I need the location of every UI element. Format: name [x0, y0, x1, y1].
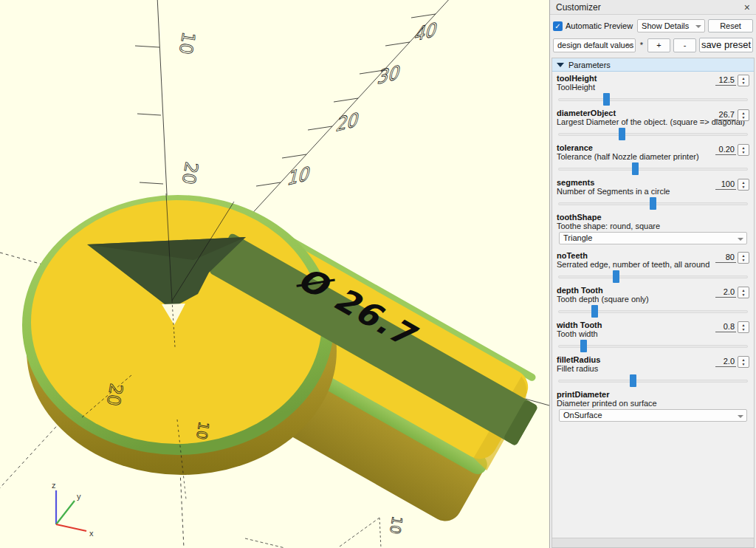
disc-axis-number: 10 — [193, 420, 213, 441]
triad-y-label: y — [77, 492, 81, 501]
preset-value: design default values — [557, 41, 633, 49]
spinbox-arrows-icon[interactable]: ▲▼ — [738, 179, 749, 191]
slider-track[interactable] — [558, 380, 748, 383]
slider-track[interactable] — [558, 168, 748, 171]
param-segments: segments Number of Segments in a circle … — [552, 176, 754, 210]
slider-handle[interactable] — [619, 128, 625, 140]
slider-handle[interactable] — [613, 270, 619, 283]
param-value-field[interactable]: 2.0 — [715, 287, 736, 298]
save-preset-button[interactable]: save preset — [699, 38, 753, 52]
toolbar-row-1: ✓ Automatic Preview Show Details Reset — [550, 19, 756, 32]
remove-preset-button[interactable]: - — [673, 38, 696, 52]
spinbox-arrows-icon[interactable]: ▲▼ — [738, 109, 749, 121]
customizer-panel: Customizer × ✓ Automatic Preview Show De… — [549, 0, 756, 548]
spinbox-arrows-icon[interactable]: ▲▼ — [738, 287, 749, 298]
param-depth-tooth: depth Tooth Tooth depth (square only) 2.… — [552, 284, 754, 318]
add-preset-button[interactable]: + — [647, 38, 670, 52]
param-name: toothShape — [557, 213, 749, 222]
spinbox-arrows-icon[interactable]: ▲▼ — [738, 144, 749, 156]
slider-track[interactable] — [558, 275, 748, 278]
param-value-field[interactable]: 100 — [715, 179, 736, 190]
show-details-value: Show Details — [642, 21, 689, 30]
show-details-dropdown[interactable]: Show Details — [637, 19, 705, 32]
parameters-box: Parameters toolHeight ToolHeight 12.5 ▲▼… — [551, 58, 755, 548]
slider-track[interactable] — [558, 98, 748, 101]
chevron-down-icon — [626, 44, 632, 47]
viewport-canvas: 10 20 40 30 20 10 — [0, 0, 549, 548]
parameters-header[interactable]: Parameters — [552, 58, 754, 72]
param-description: Toothe shape: round, square — [557, 222, 749, 230]
slider-handle[interactable] — [630, 374, 636, 387]
customizer-titlebar: Customizer × — [550, 0, 756, 15]
toothshape-select[interactable]: Triangle — [559, 232, 747, 244]
bottom-axis-number: 10 — [387, 515, 406, 535]
disc-axis-number: 20 — [103, 382, 127, 408]
z-axis-number: 10 — [175, 30, 199, 56]
param-toothshape: toothShape Toothe shape: round, square T… — [552, 210, 754, 244]
param-diameterobject: diameterObject Largest Diameter of the o… — [552, 106, 754, 141]
slider-track[interactable] — [558, 310, 748, 313]
panel-title: Customizer — [556, 2, 744, 13]
param-description: Diameter printed on surface — [557, 399, 749, 408]
param-value-field[interactable]: 0.20 — [715, 145, 736, 155]
openscad-window: 10 20 40 30 20 10 — [0, 0, 756, 548]
printdiameter-selected-option: OnSurface — [563, 411, 602, 419]
triad-x-label: x — [89, 529, 94, 538]
reset-button[interactable]: Reset — [708, 19, 753, 32]
param-toolheight: toolHeight ToolHeight 12.5 ▲▼ — [552, 72, 754, 106]
automatic-preview-label: Automatic Preview — [566, 21, 633, 30]
disc-top-face — [31, 200, 322, 444]
param-filletradius: filletRadius Fillet radius 2.0 ▲▼ — [552, 353, 754, 388]
param-value-field[interactable]: 26.7 — [715, 110, 736, 120]
printdiameter-select[interactable]: OnSurface — [559, 409, 747, 422]
slider-handle[interactable] — [591, 305, 598, 318]
toothshape-selected-option: Triangle — [563, 233, 592, 242]
param-value-field[interactable]: 12.5 — [715, 75, 736, 86]
collapse-triangle-icon — [557, 63, 564, 67]
chevron-down-icon — [738, 415, 743, 418]
spinbox-arrows-icon[interactable]: ▲▼ — [738, 321, 749, 333]
close-icon[interactable]: × — [744, 2, 750, 13]
tool-disc — [22, 195, 337, 475]
slider-handle[interactable] — [603, 93, 610, 106]
param-value-field[interactable]: 2.0 — [715, 357, 736, 367]
z-axis-number: 20 — [178, 160, 202, 186]
param-value-field[interactable]: 80 — [715, 253, 736, 263]
chevron-down-icon — [695, 25, 701, 28]
spinbox-arrows-icon[interactable]: ▲▼ — [738, 75, 749, 86]
spinbox-arrows-icon[interactable]: ▲▼ — [738, 356, 749, 368]
spinbox-arrows-icon[interactable]: ▲▼ — [738, 252, 749, 264]
parameters-header-label: Parameters — [568, 61, 611, 69]
param-width-tooth: width Tooth Tooth width 0.8 ▲▼ — [552, 318, 754, 353]
slider-track[interactable] — [558, 133, 748, 136]
triad-z-label: z — [52, 481, 56, 490]
param-name: printDiameter — [557, 390, 749, 399]
slider-handle[interactable] — [650, 197, 656, 210]
automatic-preview-checkbox[interactable]: ✓ — [553, 21, 563, 31]
param-noteeth: noTeeth Serrated edge, number of teeth, … — [552, 249, 754, 284]
slider-track[interactable] — [558, 345, 748, 348]
3d-viewport[interactable]: 10 20 40 30 20 10 — [0, 0, 549, 548]
param-printdiameter: printDiameter Diameter printed on surfac… — [552, 388, 754, 422]
param-value-field[interactable]: 0.8 — [715, 322, 736, 332]
modified-marker: * — [639, 41, 645, 49]
toolbar-row-2: design default values * + - save preset — [550, 38, 756, 52]
preset-dropdown[interactable]: design default values — [553, 38, 636, 52]
param-tolerance: tolerance Tolerance (half Nozzle diamete… — [552, 141, 754, 176]
slider-handle[interactable] — [632, 162, 639, 175]
panel-bottom-strip — [552, 538, 754, 547]
slider-handle[interactable] — [580, 340, 587, 352]
chevron-down-icon — [738, 238, 743, 241]
